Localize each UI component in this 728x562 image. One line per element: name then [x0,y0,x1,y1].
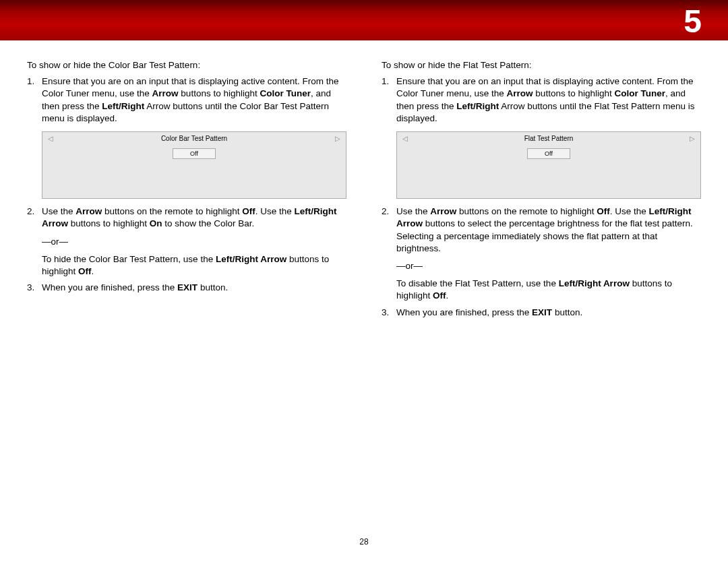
right-step-1: Ensure that you are on an input that is … [382,75,701,199]
left-step-1: Ensure that you are on an input that is … [27,75,346,199]
text: buttons on the remote to highlight [102,206,242,216]
chevron-left-icon: ◁ [48,134,53,144]
text: button. [198,282,228,292]
bold-arrow: Arrow [75,206,102,216]
text: buttons on the remote to highlight [456,206,597,216]
text: . Use the [610,206,649,216]
content-area: To show or hide the Color Bar Test Patte… [0,40,728,319]
bold-color-tuner: Color Tuner [614,88,665,98]
bold-on: On [150,218,162,228]
chevron-right-icon: ▷ [690,134,695,144]
text: Use the [396,206,430,216]
bold-exit: EXIT [532,307,552,317]
bold-left-right-arrow: Left/Right Arrow [216,254,286,264]
text: . [92,266,94,276]
text: button. [552,307,582,317]
right-intro: To show or hide the Flat Test Pattern: [382,59,701,71]
bold-color-tuner: Color Tuner [260,88,311,98]
left-intro: To show or hide the Color Bar Test Patte… [27,59,346,71]
right-column: To show or hide the Flat Test Pattern: E… [382,59,701,319]
left-column: To show or hide the Color Bar Test Patte… [27,59,346,319]
right-steps: Ensure that you are on an input that is … [382,75,701,319]
bold-exit: EXIT [177,282,198,292]
left-step-3: When you are finished, press the EXIT bu… [27,282,346,294]
bold-left-right: Left/Right [456,101,499,111]
menu-value: Off [527,148,570,159]
text: To disable the Flat Test Pattern, use th… [396,278,559,288]
text: buttons to highlight [533,88,615,98]
color-bar-menu-box: ◁ Color Bar Test Pattern ▷ Off [42,131,346,199]
text: to show the Color Bar. [162,218,255,228]
left-step-2: Use the Arrow buttons on the remote to h… [27,206,346,278]
text: When you are finished, press the [396,307,532,317]
right-step-2: Use the Arrow buttons on the remote to h… [382,206,701,303]
chevron-left-icon: ◁ [402,134,408,144]
chapter-number: 5 [684,0,702,44]
or-separator: —or— [396,260,701,272]
header-band: 5 [0,0,728,40]
or-separator: —or— [42,236,346,248]
bold-off: Off [78,266,92,276]
text: To hide the Color Bar Test Pattern, use … [42,254,216,264]
text: buttons to highlight [179,88,260,98]
menu-title-row: ◁ Color Bar Test Pattern ▷ [42,132,346,146]
menu-value: Off [173,148,216,159]
left-step-2-alt: To hide the Color Bar Test Pattern, use … [42,253,346,278]
text: . Use the [255,206,295,216]
text: When you are finished, press the [42,282,177,292]
bold-off: Off [242,206,255,216]
left-steps: Ensure that you are on an input that is … [27,75,346,294]
bold-arrow: Arrow [152,88,179,98]
text: . [446,290,449,301]
chevron-right-icon: ▷ [335,134,340,144]
bold-left-right: Left/Right [102,101,144,111]
right-step-3: When you are finished, press the EXIT bu… [382,307,701,319]
right-step-2-alt: To disable the Flat Test Pattern, use th… [396,278,701,302]
menu-title: Flat Test Pattern [524,134,574,144]
text: buttons to highlight [68,218,150,228]
flat-pattern-menu-box: ◁ Flat Test Pattern ▷ Off [396,131,701,199]
bold-arrow: Arrow [507,88,533,98]
menu-title: Color Bar Test Pattern [161,134,227,144]
text: buttons to select the percentage brightn… [396,218,693,253]
page-number: 28 [0,536,728,547]
bold-off: Off [433,290,446,301]
bold-arrow: Arrow [430,206,456,216]
menu-title-row: ◁ Flat Test Pattern ▷ [397,132,700,146]
text: Use the [42,206,75,216]
bold-left-right-arrow: Left/Right Arrow [559,278,630,288]
bold-off: Off [597,206,610,216]
